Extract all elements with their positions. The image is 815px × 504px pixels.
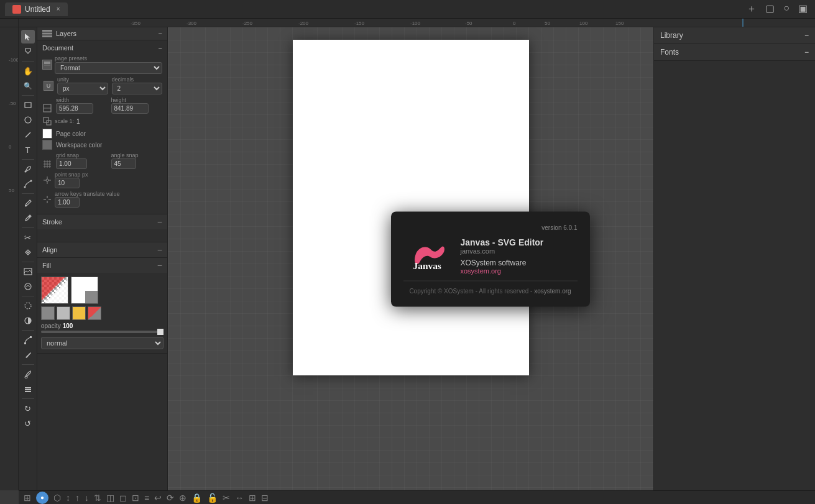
status-icon-9[interactable]: ⊡ — [132, 493, 139, 503]
u-indicator: U — [44, 81, 53, 91]
new-button[interactable]: ＋ — [744, 2, 759, 16]
node-tool[interactable] — [21, 45, 35, 58]
titlebar: Untitled × ＋ ▢ ○ ▣ — [0, 0, 815, 19]
status-icon-18[interactable]: ⊞ — [249, 493, 256, 503]
paint-tool[interactable] — [21, 367, 35, 381]
hand-tool[interactable]: ✋ — [21, 64, 35, 78]
share-button[interactable]: ○ — [781, 2, 792, 16]
white-fill-swatch[interactable] — [71, 277, 98, 304]
image-tool[interactable] — [21, 265, 35, 278]
bezier2-tool[interactable] — [21, 333, 35, 347]
status-icon-3[interactable]: ↕ — [66, 493, 70, 503]
status-icon-4[interactable]: ↑ — [75, 493, 80, 503]
fill-panel-header[interactable]: Fill − — [37, 258, 167, 273]
line-tool[interactable] — [21, 128, 35, 142]
status-icon-13[interactable]: ⊕ — [179, 493, 186, 503]
page-presets-label: page presets — [55, 55, 162, 62]
zoom-tool[interactable]: 🔍 — [21, 79, 35, 93]
status-icon-15[interactable]: 🔓 — [207, 493, 218, 503]
fill-collapse[interactable]: − — [157, 260, 162, 270]
rect-tool[interactable] — [21, 98, 35, 112]
contrast-tool[interactable] — [21, 314, 35, 328]
yellow-swatch[interactable] — [72, 306, 86, 320]
ellipse2-tool[interactable] — [21, 299, 35, 313]
document-collapse[interactable]: − — [159, 44, 162, 52]
ellipse-tool[interactable] — [21, 113, 35, 127]
eyedropper-tool[interactable] — [21, 196, 35, 210]
format-select[interactable]: Format — [55, 62, 162, 74]
point-snap-icon — [42, 175, 52, 185]
scissors-tool[interactable]: ✂ — [21, 231, 35, 244]
grid-snap-input[interactable] — [56, 158, 87, 169]
right-panels: Library − Fonts − — [653, 27, 815, 490]
settings-button[interactable]: ▣ — [796, 2, 810, 16]
svg-rect-30 — [30, 336, 32, 338]
mixed-swatch[interactable] — [88, 306, 101, 320]
width-input[interactable] — [56, 103, 93, 114]
status-icon-10[interactable]: ≡ — [144, 493, 149, 503]
special-tool[interactable] — [21, 245, 35, 259]
knife-tool[interactable] — [21, 348, 35, 362]
text-tool[interactable]: T — [21, 143, 35, 157]
align-collapse[interactable]: − — [157, 245, 162, 255]
page-color-swatch[interactable] — [42, 129, 52, 139]
redo-tool[interactable]: ↻ — [21, 401, 35, 415]
status-icon-11[interactable]: ↩ — [154, 493, 162, 503]
about-org-name: XOSystem software — [461, 258, 578, 267]
status-icon-14[interactable]: 🔒 — [191, 493, 202, 503]
bezier-tool[interactable] — [21, 177, 35, 191]
app-tab[interactable]: Untitled × — [5, 2, 68, 16]
fill-label: Fill — [42, 262, 51, 269]
titlebar-controls: ＋ ▢ ○ ▣ — [744, 2, 810, 16]
canvas-area[interactable]: version 6.0.1 Janvas Janvas - SVG Editor — [168, 27, 653, 490]
fonts-collapse[interactable]: − — [804, 48, 809, 57]
gray-swatch-2[interactable] — [57, 306, 70, 320]
status-circle[interactable]: ● — [36, 492, 48, 504]
workspace-color-swatch[interactable] — [42, 140, 52, 150]
layers-collapse[interactable]: − — [159, 30, 162, 37]
status-icon-16[interactable]: ✂ — [223, 493, 230, 503]
about-info: Janvas - SVG Editor janvas.com XOSystem … — [461, 237, 578, 274]
gray-swatch-1[interactable] — [41, 306, 55, 320]
angle-snap-input[interactable] — [111, 158, 136, 169]
blend-mode-select[interactable]: normal — [41, 337, 163, 349]
status-icon-5[interactable]: ↓ — [85, 493, 89, 503]
eyedropper2-tool[interactable] — [21, 211, 35, 225]
status-icon-19[interactable]: ⊟ — [261, 493, 269, 503]
workspace-color-label: Workspace color — [56, 142, 102, 149]
point-snap-input[interactable] — [55, 178, 80, 188]
pen-tool[interactable] — [21, 162, 35, 176]
status-icon-7[interactable]: ◫ — [106, 493, 114, 503]
unity-select[interactable]: px — [57, 83, 108, 94]
about-dialog[interactable]: version 6.0.1 Janvas Janvas - SVG Editor — [391, 211, 590, 306]
no-fill-swatch[interactable] — [41, 277, 68, 304]
grid-snap-label: grid snap — [56, 152, 108, 158]
svg-rect-35 — [42, 30, 52, 32]
select-tool[interactable] — [21, 30, 35, 44]
align-panel-header[interactable]: Align − — [37, 242, 167, 257]
status-icon-2[interactable]: ⬡ — [53, 493, 61, 503]
status-icon-12[interactable]: ⟳ — [167, 493, 174, 503]
library-panel-header[interactable]: Library − — [654, 27, 815, 44]
status-icon-17[interactable]: ↔ — [235, 493, 244, 503]
fonts-panel-header[interactable]: Fonts − — [654, 44, 815, 61]
folder-button[interactable]: ▢ — [763, 2, 777, 16]
opacity-slider[interactable] — [41, 331, 163, 333]
mask-tool[interactable] — [21, 280, 35, 293]
height-input[interactable] — [111, 103, 149, 114]
stroke-panel-header[interactable]: Stroke − — [37, 214, 167, 229]
svg-point-26 — [25, 283, 31, 290]
close-tab-button[interactable]: × — [57, 6, 60, 12]
status-icon-6[interactable]: ⇅ — [94, 493, 101, 503]
status-icon-8[interactable]: ◻ — [119, 493, 127, 503]
page-icon — [42, 60, 52, 70]
stroke-collapse[interactable]: − — [157, 217, 162, 227]
status-icon-1[interactable]: ⊞ — [24, 493, 31, 503]
library-collapse[interactable]: − — [804, 31, 809, 40]
arrow-keys-input[interactable] — [55, 197, 80, 208]
layers-tool[interactable] — [21, 382, 35, 396]
decimals-select[interactable]: 2 — [112, 83, 163, 94]
align-label: Align — [42, 246, 57, 254]
opacity-thumb[interactable] — [157, 329, 163, 335]
undo-tool[interactable]: ↺ — [21, 416, 35, 430]
